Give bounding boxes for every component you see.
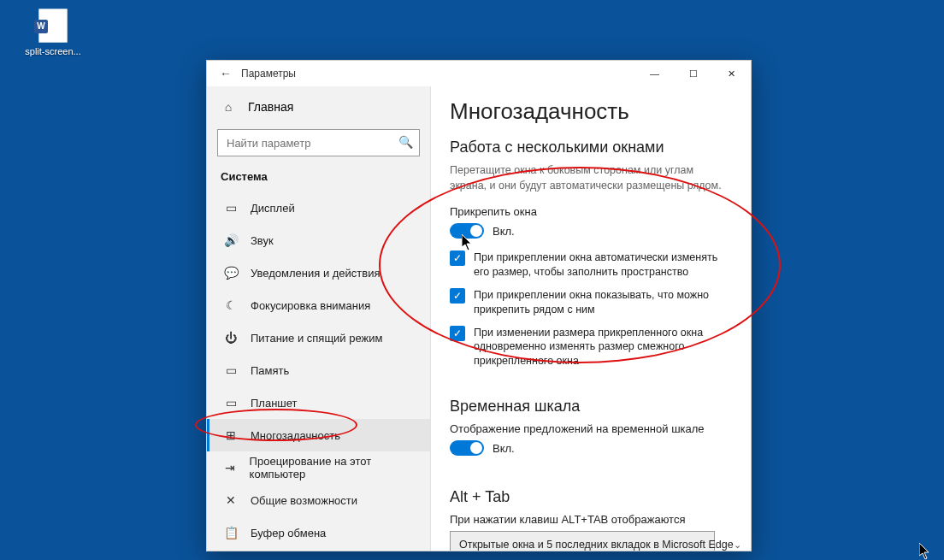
- storage-icon: ▭: [223, 363, 239, 377]
- sidebar-item-display[interactable]: ▭Дисплей: [207, 192, 430, 224]
- sidebar-item-label: Проецирование на этот компьютер: [250, 455, 416, 480]
- sidebar-item-notifications[interactable]: 💬Уведомления и действия: [207, 256, 430, 289]
- maximize-button[interactable]: ☐: [674, 61, 712, 86]
- snap-option-row: ✓При прикреплении окна автоматически изм…: [450, 251, 735, 280]
- snap-option-label: При прикреплении окна показывать, что мо…: [474, 288, 735, 317]
- sidebar-item-label: Общие возможности: [251, 494, 357, 507]
- sidebar-item-clipboard[interactable]: 📋Буфер обмена: [207, 516, 430, 549]
- sidebar-home[interactable]: ⌂ Главная: [207, 90, 430, 124]
- sidebar-home-label: Главная: [248, 100, 293, 114]
- chevron-down-icon: ⌄: [734, 539, 741, 551]
- sidebar-item-focus-assist[interactable]: ☾Фокусировка внимания: [207, 289, 430, 321]
- search-input[interactable]: [217, 129, 420, 156]
- snap-option-checkbox[interactable]: ✓: [450, 326, 465, 341]
- notifications-icon: 💬: [223, 266, 239, 280]
- snap-toggle-state: Вкл.: [493, 225, 515, 238]
- close-button[interactable]: ✕: [712, 61, 751, 86]
- titlebar: ← Параметры — ☐ ✕: [207, 61, 751, 86]
- snap-option-label: При изменении размера прикрепленного окн…: [474, 326, 735, 369]
- sidebar-item-label: Звук: [251, 234, 274, 247]
- tablet-icon: ▭: [223, 396, 239, 410]
- sidebar-item-storage[interactable]: ▭Память: [207, 354, 430, 386]
- timeline-toggle[interactable]: [450, 440, 484, 456]
- sidebar-item-label: Память: [251, 364, 289, 377]
- alttab-dropdown[interactable]: Открытые окна и 5 последних вкладок в Mi…: [450, 531, 715, 551]
- clipboard-icon: 📋: [223, 526, 239, 539]
- snap-option-checkbox[interactable]: ✓: [450, 288, 465, 304]
- snap-option-row: ✓При изменении размера прикрепленного ок…: [450, 326, 735, 369]
- content-pane: Многозадачность Работа с несколькими окн…: [431, 86, 751, 551]
- multitasking-icon: ⊞: [223, 428, 239, 442]
- sidebar-section-label: Система: [207, 165, 430, 192]
- snap-description: Перетащите окна к боковым сторонам или у…: [450, 163, 732, 193]
- sidebar-item-label: Питание и спящий режим: [251, 332, 382, 345]
- settings-window: ← Параметры — ☐ ✕ ⌂ Главная 🔍 Система ▭Д…: [206, 60, 752, 551]
- sound-icon: 🔊: [223, 233, 239, 247]
- timeline-toggle-state: Вкл.: [493, 442, 515, 455]
- sidebar-item-label: Буфер обмена: [251, 527, 326, 539]
- sidebar-item-label: Фокусировка внимания: [251, 299, 370, 312]
- snap-toggle-title: Прикрепить окна: [450, 205, 735, 218]
- home-icon: ⌂: [221, 100, 236, 114]
- snap-option-checkbox[interactable]: ✓: [450, 251, 465, 266]
- sidebar-item-sound[interactable]: 🔊Звук: [207, 224, 430, 256]
- desktop-file-label: split-screen...: [22, 46, 84, 56]
- sidebar: ⌂ Главная 🔍 Система ▭Дисплей🔊Звук💬Уведом…: [207, 86, 431, 551]
- snap-toggle[interactable]: [450, 223, 484, 239]
- timeline-subheading: Отображение предложений на временной шка…: [450, 422, 735, 435]
- timeline-heading: Временная шкала: [450, 398, 735, 416]
- sidebar-item-power[interactable]: ⏻Питание и спящий режим: [207, 321, 430, 354]
- word-document-icon: [38, 9, 68, 43]
- window-title: Параметры: [241, 68, 296, 80]
- snap-option-label: При прикреплении окна автоматически изме…: [474, 251, 735, 280]
- alttab-heading: Alt + Tab: [450, 488, 735, 506]
- sidebar-item-multitasking[interactable]: ⊞Многозадачность: [207, 419, 430, 451]
- sidebar-item-shared-experiences[interactable]: ✕Общие возможности: [207, 484, 430, 516]
- shared-experiences-icon: ✕: [223, 493, 239, 507]
- focus-assist-icon: ☾: [223, 298, 239, 312]
- alttab-subheading: При нажатии клавиш ALT+TAB отображаются: [450, 513, 735, 526]
- sidebar-item-projecting[interactable]: ⇥Проецирование на этот компьютер: [207, 451, 430, 484]
- sidebar-item-label: Дисплей: [251, 202, 295, 215]
- sidebar-item-label: Планшет: [251, 397, 298, 410]
- back-button[interactable]: ←: [214, 62, 238, 85]
- display-icon: ▭: [223, 201, 239, 215]
- snap-option-row: ✓При прикреплении окна показывать, что м…: [450, 288, 735, 317]
- sidebar-item-tablet[interactable]: ▭Планшет: [207, 386, 430, 419]
- sidebar-search: 🔍: [217, 129, 420, 156]
- sidebar-item-label: Уведомления и действия: [251, 267, 381, 280]
- snap-heading: Работа с несколькими окнами: [450, 139, 735, 156]
- power-icon: ⏻: [223, 331, 239, 345]
- alttab-dropdown-value: Открытые окна и 5 последних вкладок в Mi…: [459, 539, 734, 551]
- cursor-icon: [919, 543, 931, 560]
- minimize-button[interactable]: —: [635, 61, 674, 86]
- sidebar-item-label: Многозадачность: [251, 429, 340, 442]
- projecting-icon: ⇥: [223, 461, 238, 475]
- page-title: Многозадачность: [450, 98, 735, 125]
- desktop-file-icon[interactable]: split-screen...: [22, 9, 84, 56]
